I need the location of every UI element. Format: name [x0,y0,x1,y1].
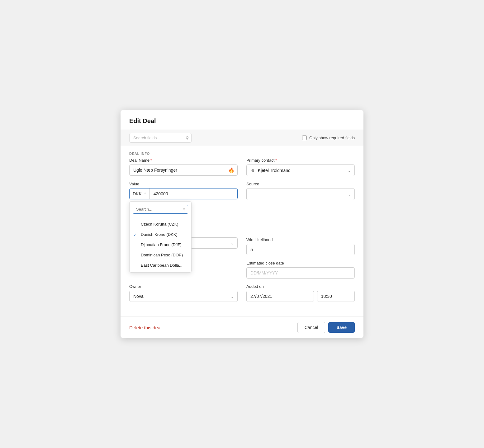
col-owner: Owner Nova ⌄ [129,284,238,302]
currency-item-dop-label: Dominican Peso (DOP) [141,253,183,257]
source-label: Source [246,182,355,186]
currency-item-xcd[interactable]: East Caribbean Dolla... [130,260,191,270]
primary-contact-required-star: * [275,158,277,163]
form-body: Deal Name * 🔥 Primary contact * ☻ Kjetel… [121,158,363,314]
currency-search-input[interactable] [133,205,188,214]
owner-select[interactable]: Nova [129,291,238,302]
modal-title: Edit Deal [129,117,156,124]
primary-contact-value: Kjetel Troldmand [258,168,291,173]
col-deal-name: Deal Name * 🔥 [129,158,238,176]
owner-label: Owner [129,284,238,289]
col-primary-contact: Primary contact * ☻ Kjetel Troldmand ⌄ [246,158,355,176]
modal-header: Edit Deal [121,110,363,130]
row-owner-addedon: Owner Nova ⌄ Added on [129,284,355,302]
col-est-close-date: Estimated close date [246,261,355,279]
currency-code: DKK [133,191,142,196]
est-close-date-label: Estimated close date [246,261,355,265]
currency-button[interactable]: DKK ⌃ [130,188,150,199]
search-bar-row: ⚲ Only show required fields [121,130,363,146]
currency-dropdown: ⚲ Czech Koruna (CZK) ✓ Danish Krone (DKK… [129,201,192,273]
field-search-wrap: ⚲ [129,133,192,143]
col-value: Value DKK ⌃ ⚲ Czech Ko [129,182,238,200]
required-fields-label: Only show required fields [309,136,355,140]
win-likelihood-input[interactable] [246,244,355,255]
source-select-wrap: ⌄ [246,188,355,200]
primary-contact-select-wrap: ☻ Kjetel Troldmand ⌄ [246,164,355,176]
value-input-row: DKK ⌃ [129,188,238,199]
currency-search-icon: ⚲ [183,207,186,212]
person-icon: ☻ [250,168,255,173]
deal-name-label: Deal Name * [129,158,238,163]
currency-list: Czech Koruna (CZK) ✓ Danish Krone (DKK) … [130,217,191,272]
est-close-date-input[interactable] [246,267,355,279]
col-source: Source ⌄ [246,182,355,200]
source-select[interactable] [246,188,355,200]
currency-item-dkk[interactable]: ✓ Danish Krone (DKK) [130,229,191,240]
search-icon: ⚲ [186,136,189,141]
primary-contact-select[interactable]: ☻ Kjetel Troldmand [246,164,355,176]
currency-item-xcd-label: East Caribbean Dolla... [141,263,183,268]
added-on-label: Added on [246,284,355,289]
row-value-source: Value DKK ⌃ ⚲ Czech Ko [129,182,355,200]
added-on-inputs [246,291,355,302]
added-on-date-input[interactable] [246,291,314,302]
owner-select-wrap: Nova ⌄ [129,291,238,302]
row-deal-name-contact: Deal Name * 🔥 Primary contact * ☻ Kjetel… [129,158,355,176]
col-win-likelihood: Win Likelihood [246,237,355,255]
search-fields-input[interactable] [129,133,192,143]
edit-deal-modal: Edit Deal ⚲ Only show required fields DE… [121,110,363,338]
required-fields-checkbox[interactable] [302,136,307,140]
save-button[interactable]: Save [328,322,355,333]
value-label: Value [129,182,238,186]
currency-item-dop[interactable]: Dominican Peso (DOP) [130,250,191,260]
currency-item-dkk-label: Danish Krone (DKK) [141,232,178,237]
modal-footer: Delete this deal Cancel Save [121,317,363,338]
deal-name-input[interactable] [129,164,238,176]
footer-btn-group: Cancel Save [297,322,355,333]
win-likelihood-label: Win Likelihood [246,237,355,242]
added-on-time-input[interactable] [317,291,355,302]
currency-item-czk-label: Czech Koruna (CZK) [141,222,178,226]
currency-item-djf[interactable]: Djiboutian Franc (DJF) [130,240,191,250]
cancel-button[interactable]: Cancel [297,322,325,333]
amount-input[interactable] [150,188,237,199]
checkmark-icon: ✓ [133,232,137,237]
footer-divider [121,314,363,314]
deal-name-wrap: 🔥 [129,164,238,176]
section-deal-info-label: DEAL INFO [121,146,363,158]
currency-chevron-up-icon: ⌃ [144,192,146,196]
delete-deal-button[interactable]: Delete this deal [129,325,161,330]
deal-name-required-star: * [150,158,152,163]
currency-dropdown-search-wrap: ⚲ [130,202,191,217]
primary-contact-label: Primary contact * [246,158,355,163]
currency-item-czk[interactable]: Czech Koruna (CZK) [130,219,191,229]
currency-item-djf-label: Djiboutian Franc (DJF) [141,242,182,247]
required-fields-toggle: Only show required fields [302,136,355,140]
flame-icon[interactable]: 🔥 [228,167,235,173]
col-added-on: Added on [246,284,355,302]
